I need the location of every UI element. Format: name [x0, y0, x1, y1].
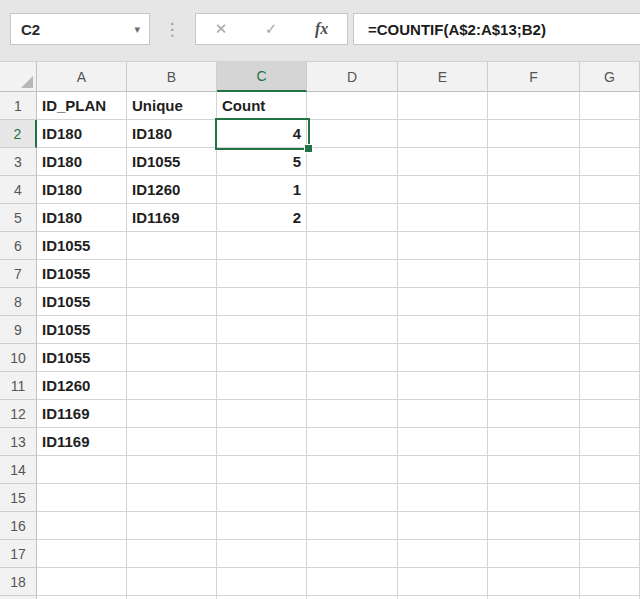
- cell-E17[interactable]: [398, 540, 488, 568]
- cell-C17[interactable]: [217, 540, 307, 568]
- cell-E1[interactable]: [398, 92, 488, 120]
- row-header-13[interactable]: 13: [0, 428, 37, 456]
- cell-B15[interactable]: [127, 484, 217, 512]
- cell-E18[interactable]: [398, 568, 488, 596]
- cell-B6[interactable]: [127, 232, 217, 260]
- column-header-D[interactable]: D: [307, 62, 398, 92]
- formula-input[interactable]: =COUNTIF(A$2:A$13;B2): [353, 13, 640, 45]
- cell-E13[interactable]: [398, 428, 488, 456]
- cell-A3[interactable]: ID180: [37, 148, 127, 176]
- cell-G1[interactable]: [580, 92, 640, 120]
- cell-A2[interactable]: ID180: [37, 120, 127, 148]
- row-header-12[interactable]: 12: [0, 400, 37, 428]
- cell-E14[interactable]: [398, 456, 488, 484]
- cell-G6[interactable]: [580, 232, 640, 260]
- cell-A8[interactable]: ID1055: [37, 288, 127, 316]
- cell-G3[interactable]: [580, 148, 640, 176]
- cell-E15[interactable]: [398, 484, 488, 512]
- chevron-down-icon[interactable]: ▾: [134, 23, 149, 36]
- cell-B11[interactable]: [127, 372, 217, 400]
- insert-function-icon[interactable]: fx: [315, 20, 328, 38]
- cell-C15[interactable]: [217, 484, 307, 512]
- cell-E8[interactable]: [398, 288, 488, 316]
- cell-F14[interactable]: [488, 456, 580, 484]
- cell-G5[interactable]: [580, 204, 640, 232]
- cell-F12[interactable]: [488, 400, 580, 428]
- cell-G18[interactable]: [580, 568, 640, 596]
- cell-D1[interactable]: [307, 92, 398, 120]
- cell-F4[interactable]: [488, 176, 580, 204]
- cell-C12[interactable]: [217, 400, 307, 428]
- cell-B7[interactable]: [127, 260, 217, 288]
- cell-E16[interactable]: [398, 512, 488, 540]
- cell-A5[interactable]: ID180: [37, 204, 127, 232]
- cell-C13[interactable]: [217, 428, 307, 456]
- cell-A18[interactable]: [37, 568, 127, 596]
- cell-B2[interactable]: ID180: [127, 120, 217, 148]
- cell-A10[interactable]: ID1055: [37, 344, 127, 372]
- cell-G8[interactable]: [580, 288, 640, 316]
- cell-C18[interactable]: [217, 568, 307, 596]
- cell-C6[interactable]: [217, 232, 307, 260]
- row-header-10[interactable]: 10: [0, 344, 37, 372]
- cell-F5[interactable]: [488, 204, 580, 232]
- cell-E5[interactable]: [398, 204, 488, 232]
- column-header-C[interactable]: C: [217, 62, 307, 92]
- cell-F18[interactable]: [488, 568, 580, 596]
- cell-D14[interactable]: [307, 456, 398, 484]
- cell-B4[interactable]: ID1260: [127, 176, 217, 204]
- row-header-14[interactable]: 14: [0, 456, 37, 484]
- column-header-A[interactable]: A: [37, 62, 127, 92]
- cell-D4[interactable]: [307, 176, 398, 204]
- cell-B1[interactable]: Unique: [127, 92, 217, 120]
- row-header-4[interactable]: 4: [0, 176, 37, 204]
- cell-B18[interactable]: [127, 568, 217, 596]
- cell-B16[interactable]: [127, 512, 217, 540]
- cell-F15[interactable]: [488, 484, 580, 512]
- cell-D8[interactable]: [307, 288, 398, 316]
- cell-C3[interactable]: 5: [217, 148, 307, 176]
- cell-C10[interactable]: [217, 344, 307, 372]
- cell-D16[interactable]: [307, 512, 398, 540]
- cell-D7[interactable]: [307, 260, 398, 288]
- cell-D9[interactable]: [307, 316, 398, 344]
- cell-E10[interactable]: [398, 344, 488, 372]
- row-header-17[interactable]: 17: [0, 540, 37, 568]
- cell-G4[interactable]: [580, 176, 640, 204]
- row-header-9[interactable]: 9: [0, 316, 37, 344]
- cell-C8[interactable]: [217, 288, 307, 316]
- cell-B17[interactable]: [127, 540, 217, 568]
- cell-B14[interactable]: [127, 456, 217, 484]
- cell-G10[interactable]: [580, 344, 640, 372]
- cell-G13[interactable]: [580, 428, 640, 456]
- column-header-G[interactable]: G: [580, 62, 640, 92]
- cell-G7[interactable]: [580, 260, 640, 288]
- cell-E3[interactable]: [398, 148, 488, 176]
- cell-G2[interactable]: [580, 120, 640, 148]
- cell-G14[interactable]: [580, 456, 640, 484]
- cell-E6[interactable]: [398, 232, 488, 260]
- cell-G15[interactable]: [580, 484, 640, 512]
- cell-D5[interactable]: [307, 204, 398, 232]
- cell-B10[interactable]: [127, 344, 217, 372]
- cell-F6[interactable]: [488, 232, 580, 260]
- cell-G12[interactable]: [580, 400, 640, 428]
- enter-icon[interactable]: ✓: [265, 20, 278, 38]
- row-header-2[interactable]: 2: [0, 120, 37, 148]
- row-header-3[interactable]: 3: [0, 148, 37, 176]
- name-box-value[interactable]: C2: [11, 21, 134, 38]
- cell-D12[interactable]: [307, 400, 398, 428]
- cell-F9[interactable]: [488, 316, 580, 344]
- row-header-1[interactable]: 1: [0, 92, 37, 120]
- cancel-icon[interactable]: ✕: [215, 20, 228, 38]
- cell-E4[interactable]: [398, 176, 488, 204]
- cell-F8[interactable]: [488, 288, 580, 316]
- cell-A16[interactable]: [37, 512, 127, 540]
- cell-A17[interactable]: [37, 540, 127, 568]
- formula-text[interactable]: =COUNTIF(A$2:A$13;B2): [354, 21, 546, 38]
- cell-F17[interactable]: [488, 540, 580, 568]
- cell-D18[interactable]: [307, 568, 398, 596]
- cell-D6[interactable]: [307, 232, 398, 260]
- row-header-5[interactable]: 5: [0, 204, 37, 232]
- cell-E12[interactable]: [398, 400, 488, 428]
